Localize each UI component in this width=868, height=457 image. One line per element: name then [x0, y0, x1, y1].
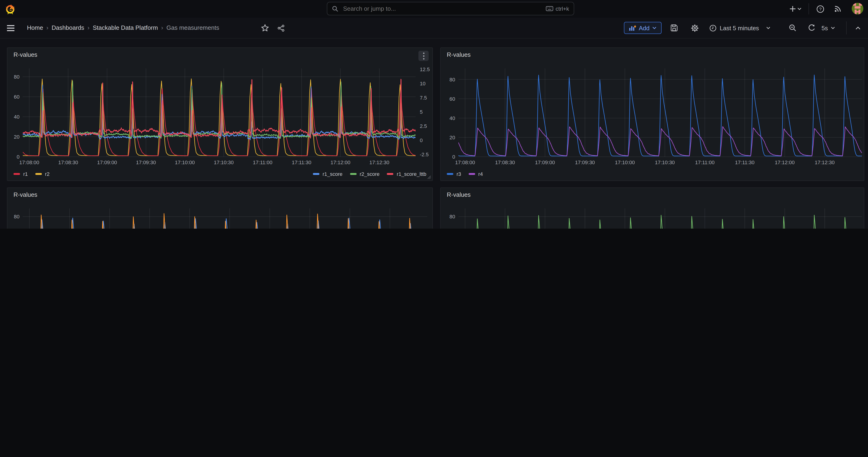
- favorite-star-button[interactable]: [260, 23, 270, 33]
- dashboard-settings-button[interactable]: [688, 22, 701, 34]
- refresh-button[interactable]: [806, 22, 818, 34]
- y-tick-label: 40: [14, 114, 20, 120]
- chevron-down-icon: [766, 27, 770, 29]
- save-dashboard-button[interactable]: [668, 22, 680, 34]
- zoom-out-button[interactable]: [787, 22, 799, 34]
- x-tick-label: 17:10:00: [615, 159, 635, 165]
- panel-r-values-2: R-values17:08:0017:08:3017:09:0017:09:30…: [7, 187, 433, 228]
- y2-tick-label: 0: [420, 138, 423, 143]
- kebab-dot: [423, 52, 424, 54]
- legend-label: r1: [23, 171, 28, 177]
- panel-r-values-0: R-values17:08:0017:08:3017:09:0017:09:30…: [7, 48, 433, 181]
- legend-label: r1_score_lttb: [397, 171, 426, 177]
- search-input[interactable]: [342, 5, 546, 12]
- refresh-icon: [808, 24, 815, 32]
- chevron-down-icon: [831, 27, 835, 29]
- news-button[interactable]: [832, 3, 843, 14]
- legend-item-r1[interactable]: r1: [13, 171, 28, 177]
- y-tick-label: 60: [14, 94, 20, 100]
- collapse-toolbar-button[interactable]: [852, 22, 864, 34]
- y-tick-label: 80: [14, 74, 20, 80]
- y-tick-label: 80: [14, 214, 20, 219]
- x-tick-label: 17:11:00: [695, 159, 715, 165]
- menu-toggle-button[interactable]: [6, 23, 16, 33]
- breadcrumb: Home › Dashboards › Stackable Data Platf…: [27, 24, 219, 31]
- series-r7: [458, 215, 862, 228]
- add-panel-button[interactable]: Add: [624, 22, 661, 34]
- breadcrumb-item-home[interactable]: Home: [27, 24, 43, 31]
- legend-swatch: [387, 173, 394, 175]
- breadcrumb-item-folder[interactable]: Stackable Data Platform: [93, 24, 158, 31]
- x-tick-label: 17:10:30: [655, 159, 675, 165]
- rss-icon: [834, 5, 841, 12]
- x-tick-label: 17:10:00: [175, 159, 195, 165]
- panel-resize-handle[interactable]: [427, 175, 431, 179]
- y2-tick-label: 2.5: [420, 123, 427, 129]
- star-icon: [261, 24, 269, 32]
- legend-swatch: [35, 173, 42, 175]
- hamburger-icon: [7, 25, 14, 31]
- refresh-interval-dropdown[interactable]: 5s: [822, 22, 835, 34]
- series-r4: [458, 126, 862, 156]
- chart-canvas: 17:08:0017:08:3017:09:0017:09:3017:10:00…: [441, 48, 864, 180]
- x-tick-label: 17:09:00: [535, 159, 555, 165]
- dashboard-toolbar: Home › Dashboards › Stackable Data Platf…: [0, 18, 868, 39]
- x-tick-label: 17:09:00: [97, 159, 117, 165]
- toolbar-divider: [846, 21, 847, 34]
- legend-item-r4[interactable]: r4: [469, 171, 483, 177]
- x-tick-label: 17:09:30: [136, 159, 156, 165]
- panel-title[interactable]: R-values: [447, 191, 471, 198]
- panel-legend: r1r2r1_scorer2_scorer1_score_lttb: [13, 169, 426, 179]
- kebab-dot: [423, 55, 424, 57]
- user-avatar[interactable]: [852, 3, 863, 14]
- share-icon: [277, 24, 284, 31]
- panel-title[interactable]: R-values: [447, 51, 471, 58]
- help-button[interactable]: ?: [814, 3, 826, 14]
- save-icon: [671, 24, 678, 32]
- plus-icon: [789, 6, 796, 12]
- time-range-label: Last 5 minutes: [720, 24, 759, 31]
- keyboard-icon: [546, 6, 553, 11]
- y-tick-label: 80: [450, 77, 455, 83]
- panel-menu-button[interactable]: [418, 51, 429, 61]
- legend-item-r2_score[interactable]: r2_score: [350, 171, 380, 177]
- y-tick-label: 80: [450, 214, 455, 219]
- y-tick-label: 0: [453, 154, 455, 160]
- share-button[interactable]: [276, 23, 286, 33]
- x-tick-label: 17:08:30: [495, 159, 515, 165]
- y2-tick-label: 5: [420, 109, 423, 115]
- create-new-button[interactable]: [787, 3, 803, 14]
- help-icon: ?: [816, 5, 824, 13]
- legend-item-r1_score[interactable]: r1_score: [313, 171, 343, 177]
- legend-label: r4: [478, 171, 483, 177]
- grafana-logo[interactable]: [5, 3, 16, 14]
- y2-tick-label: -2.5: [420, 152, 429, 157]
- legend-swatch: [350, 173, 356, 175]
- legend-item-r3[interactable]: r3: [447, 171, 461, 177]
- x-tick-label: 17:12:30: [815, 159, 835, 165]
- legend-item-r1_score_lttb[interactable]: r1_score_lttb: [387, 171, 426, 177]
- panel-r-values-1: R-values17:08:0017:08:3017:09:0017:09:30…: [440, 48, 864, 181]
- panel-title[interactable]: R-values: [13, 51, 37, 58]
- breadcrumb-separator: ›: [84, 24, 93, 31]
- search-input-container[interactable]: ctrl+k: [327, 2, 574, 16]
- legend-label: r3: [457, 171, 461, 177]
- panel-legend: r3r4: [447, 169, 858, 179]
- chevron-down-icon: [652, 27, 656, 29]
- chart-canvas: 17:08:0017:08:3017:09:0017:09:3017:10:00…: [7, 48, 432, 180]
- x-tick-label: 17:10:30: [214, 159, 234, 165]
- x-tick-label: 17:12:00: [331, 159, 350, 165]
- panel-title[interactable]: R-values: [13, 191, 37, 198]
- search-shortcut: ctrl+k: [546, 5, 569, 12]
- avatar-image: [852, 3, 863, 14]
- breadcrumb-separator: ›: [43, 24, 52, 31]
- legend-item-r2[interactable]: r2: [35, 171, 50, 177]
- top-nav-bar: ctrl+k ?: [0, 0, 868, 18]
- time-range-picker[interactable]: Last 5 minutes: [706, 22, 774, 34]
- panel-r-values-3: R-values17:08:0017:08:3017:09:0017:09:30…: [440, 187, 864, 228]
- breadcrumb-item-dashboards[interactable]: Dashboards: [52, 24, 84, 31]
- kebab-dot: [423, 58, 424, 59]
- chart-canvas: 17:08:0017:08:3017:09:0017:09:3017:10:00…: [441, 188, 864, 228]
- series-r6: [23, 213, 427, 228]
- legend-swatch: [447, 173, 453, 175]
